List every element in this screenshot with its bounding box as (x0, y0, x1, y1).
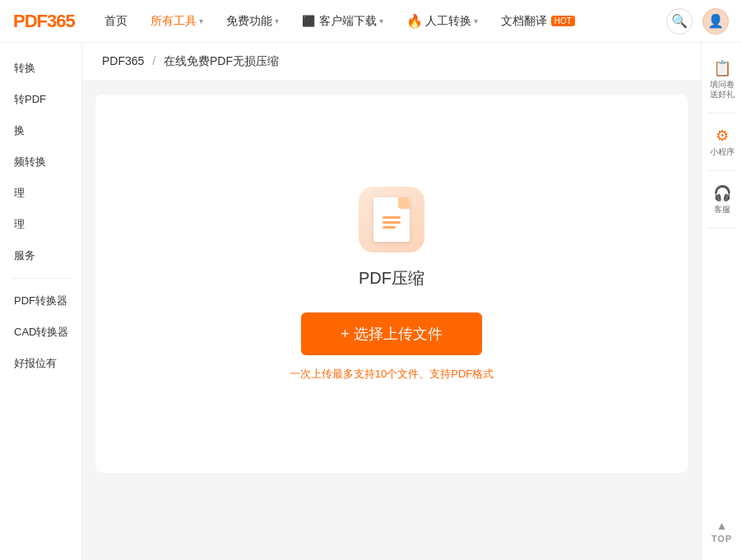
upload-button[interactable]: + 选择上传文件 (301, 312, 482, 355)
sidebar-item-ad[interactable]: 好报位有 (0, 348, 81, 379)
search-button[interactable]: 🔍 (666, 8, 693, 35)
survey-label: 填问卷送好礼 (710, 80, 735, 100)
compress-line-1 (383, 216, 401, 219)
compress-lines (383, 216, 401, 229)
nav-all-tools[interactable]: 所有工具 ▾ (141, 9, 213, 34)
sidebar-item-convert[interactable]: 转换 (0, 53, 81, 84)
right-panel-divider-1 (707, 113, 737, 113)
sidebar-item-pdf-converter[interactable]: PDF转换器 (0, 285, 81, 317)
chevron-icon: ▾ (275, 16, 279, 25)
download-icon: ⬛ (302, 15, 315, 27)
nav-free-features[interactable]: 免费功能 ▾ (216, 9, 289, 34)
user-button[interactable]: 👤 (703, 8, 729, 35)
sidebar-item-to-pdf[interactable]: 转PDF (0, 84, 81, 115)
headset-icon: 🎧 (713, 184, 731, 202)
compress-line-3 (383, 226, 396, 229)
navbar: PDF365 首页 所有工具 ▾ 免费功能 ▾ ⬛ 客户端下载 ▾ 🔥 人工转换… (0, 0, 742, 43)
tool-icon-wrapper (359, 187, 424, 252)
right-panel-miniprogram[interactable]: ⚙ 小程序 (703, 120, 741, 164)
fire-icon: 🔥 (406, 13, 423, 29)
sidebar-item-manage2[interactable]: 理 (0, 209, 81, 240)
breadcrumb-current: 在线免费PDF无损压缩 (164, 54, 279, 67)
breadcrumb-separator: / (152, 54, 155, 67)
top-label: TOP (712, 534, 732, 544)
sidebar-item-freq-convert[interactable]: 频转换 (0, 146, 81, 178)
top-arrow-icon: ▲ (716, 519, 728, 532)
nav-doc-translate[interactable]: 文档翻译 HOT (491, 9, 585, 34)
nav-client-download[interactable]: ⬛ 客户端下载 ▾ (292, 9, 393, 34)
sidebar-divider (12, 278, 70, 279)
sidebar-item-manage[interactable]: 理 (0, 178, 81, 209)
breadcrumb-home[interactable]: PDF365 (102, 54, 144, 67)
tool-area: PDF压缩 + 选择上传文件 一次上传最多支持10个文件、支持PDF格式 (95, 95, 688, 473)
nav-items: 首页 所有工具 ▾ 免费功能 ▾ ⬛ 客户端下载 ▾ 🔥 人工转换 ▾ 文档翻译… (95, 8, 666, 34)
miniprogram-icon: ⚙ (716, 127, 729, 145)
customer-service-label: 客服 (714, 205, 730, 215)
right-panel: 📋 填问卷送好礼 ⚙ 小程序 🎧 客服 ▲ TOP (701, 43, 742, 560)
nav-home[interactable]: 首页 (95, 9, 137, 34)
sidebar-item-service[interactable]: 服务 (0, 240, 81, 271)
miniprogram-label: 小程序 (710, 147, 735, 157)
survey-icon: 📋 (713, 59, 731, 77)
chevron-icon: ▾ (474, 16, 478, 25)
compress-line-2 (383, 221, 401, 224)
pdf-file-icon (373, 197, 410, 242)
chevron-icon: ▾ (379, 16, 383, 25)
nav-right: 🔍 👤 (666, 8, 729, 35)
sidebar: 转换 转PDF 换 频转换 理 理 服务 PDF转换器 CAD转换器 好报位有 (0, 43, 82, 560)
hot-badge: HOT (551, 16, 575, 26)
sidebar-item-cad-converter[interactable]: CAD转换器 (0, 317, 81, 348)
right-panel-survey[interactable]: 📋 填问卷送好礼 (703, 53, 741, 106)
chevron-icon: ▾ (199, 16, 203, 25)
right-panel-divider-3 (707, 228, 737, 229)
tool-title: PDF压缩 (359, 267, 424, 289)
upload-hint: 一次上传最多支持10个文件、支持PDF格式 (290, 367, 494, 382)
sidebar-item-switch[interactable]: 换 (0, 115, 81, 146)
main-content: PDF365 / 在线免费PDF无损压缩 PDF压缩 + 选择上传文件 (82, 43, 701, 560)
top-button[interactable]: ▲ TOP (703, 512, 741, 550)
nav-manual-convert[interactable]: 🔥 人工转换 ▾ (397, 8, 488, 34)
main-layout: 转换 转PDF 换 频转换 理 理 服务 PDF转换器 CAD转换器 好报位有 … (0, 43, 742, 560)
right-panel-divider-2 (707, 170, 737, 171)
breadcrumb: PDF365 / 在线免费PDF无损压缩 (82, 43, 701, 81)
right-panel-customer-service[interactable]: 🎧 客服 (703, 178, 741, 221)
logo[interactable]: PDF365 (13, 11, 75, 32)
